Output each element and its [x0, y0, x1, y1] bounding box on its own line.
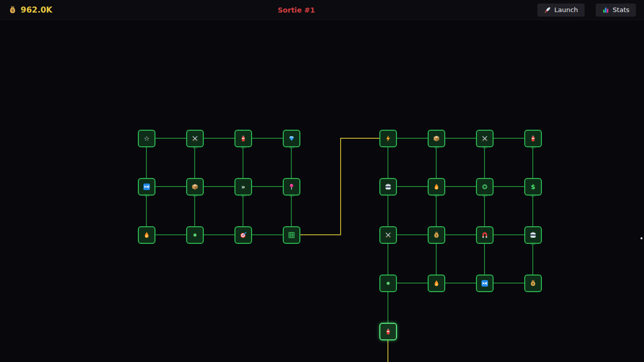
node-counter: 3/3	[477, 145, 493, 149]
top-bar: $ 962.0K Sortie #1 Launch Stats	[0, 0, 644, 20]
svg-text:$: $	[11, 8, 14, 13]
map-node-gem[interactable]: 3/3	[283, 130, 300, 147]
package-icon	[433, 135, 440, 142]
fast-forward-icon	[481, 280, 489, 287]
map-node-target[interactable]	[234, 226, 252, 244]
extinguisher-icon	[529, 135, 537, 142]
swords-icon	[481, 135, 489, 142]
cursor-dot	[640, 237, 642, 239]
map-node-dollar[interactable]: $3/3	[524, 178, 542, 196]
stats-button[interactable]: Stats	[596, 4, 636, 17]
map-node-robot[interactable]: 3/3	[524, 226, 542, 244]
ring-icon	[481, 183, 489, 191]
magnet-icon	[481, 231, 489, 239]
path-segment	[340, 138, 341, 235]
grid-icon	[288, 231, 295, 239]
node-counter: 3/3	[525, 145, 541, 149]
moneybag-icon: $	[433, 231, 440, 239]
node-counter: 3/3	[429, 194, 444, 198]
swords-icon	[191, 135, 199, 142]
target-icon	[239, 231, 247, 239]
map-node-magnet[interactable]	[476, 226, 494, 244]
map-node-moneybag[interactable]: $	[428, 226, 445, 244]
map-node-dot[interactable]	[186, 226, 204, 244]
dollar-icon: $	[531, 184, 535, 190]
flame-icon	[433, 280, 440, 287]
map-node-extinguisher[interactable]: 3/3	[524, 130, 542, 147]
map-node-extinguisher[interactable]	[379, 323, 397, 340]
map-node-moneybag[interactable]: $	[524, 275, 542, 292]
sortie-title: Sortie #1	[278, 6, 315, 14]
dot-icon	[191, 231, 199, 239]
node-counter: 3/3	[525, 194, 541, 198]
map-node-flame[interactable]: 3/3	[428, 178, 445, 196]
node-counter: 3/3	[187, 194, 203, 198]
node-counter: 3/3	[284, 145, 299, 149]
node-counter: 3/3	[235, 145, 251, 149]
map-node-flame[interactable]	[428, 275, 445, 292]
currency-amount: 962.0K	[21, 5, 52, 15]
path-segment	[387, 339, 388, 362]
node-counter: 3/3	[429, 145, 444, 149]
lightning-icon	[384, 135, 392, 142]
map-node-lightning[interactable]	[379, 130, 397, 147]
extinguisher-icon	[384, 328, 392, 335]
map-node-grid[interactable]	[283, 226, 300, 244]
node-counter: 3/3	[284, 194, 299, 198]
robot-icon	[529, 231, 537, 239]
rocket-icon	[544, 7, 551, 14]
svg-text:$: $	[532, 282, 534, 285]
star-icon: ☆	[144, 135, 150, 142]
map-node-star[interactable]: ☆	[138, 130, 155, 147]
map-node-pushpin[interactable]: 3/3	[283, 178, 300, 196]
map-node-package[interactable]: 3/3	[428, 130, 445, 147]
svg-text:$: $	[436, 234, 438, 237]
node-counter: 3/3	[235, 194, 251, 198]
node-counter: 3/3	[187, 145, 203, 149]
map-node-chevrons[interactable]: »3/3	[234, 178, 252, 196]
map-node-fast-forward[interactable]: 3/3	[138, 178, 155, 196]
pushpin-icon	[288, 183, 295, 191]
flame-icon	[143, 231, 150, 239]
path-segment	[340, 138, 380, 139]
moneybag-icon: $	[8, 6, 17, 15]
launch-label: Launch	[554, 6, 578, 14]
topbar-buttons: Launch Stats	[537, 4, 636, 17]
stats-icon	[602, 7, 609, 14]
sortie-map: ☆3/33/33/33/33/3»3/33/33/33/33/33/33/3$3…	[0, 20, 644, 362]
path-segment	[299, 234, 341, 235]
launch-button[interactable]: Launch	[537, 4, 585, 17]
dot-icon	[384, 280, 392, 287]
map-node-swords[interactable]	[379, 226, 397, 244]
node-counter: 3/3	[525, 242, 541, 246]
map-node-fast-forward[interactable]	[476, 275, 494, 292]
map-node-ring[interactable]: 3/3	[476, 178, 494, 196]
map-node-swords[interactable]: 3/3	[186, 130, 204, 147]
gem-icon	[288, 135, 295, 142]
map-node-extinguisher[interactable]: 3/3	[234, 130, 252, 147]
moneybag-icon: $	[529, 280, 537, 287]
chevrons-icon: »	[242, 184, 246, 190]
node-counter: 3/3	[477, 194, 493, 198]
package-icon	[191, 183, 199, 191]
map-node-swords[interactable]: 3/3	[476, 130, 494, 147]
extinguisher-icon	[239, 135, 247, 142]
map-node-flame[interactable]	[138, 226, 155, 244]
map-node-robot[interactable]	[379, 178, 397, 196]
robot-icon	[384, 183, 392, 191]
fast-forward-icon	[143, 183, 150, 191]
node-counter: 3/3	[139, 194, 154, 198]
stats-label: Stats	[613, 6, 629, 14]
map-node-dot[interactable]	[379, 275, 397, 292]
map-layer: ☆3/33/33/33/33/3»3/33/33/33/33/33/33/3$3…	[0, 0, 644, 362]
currency-display: $ 962.0K	[8, 5, 52, 15]
flame-icon	[433, 183, 440, 191]
swords-icon	[384, 231, 392, 239]
map-node-package[interactable]: 3/3	[186, 178, 204, 196]
